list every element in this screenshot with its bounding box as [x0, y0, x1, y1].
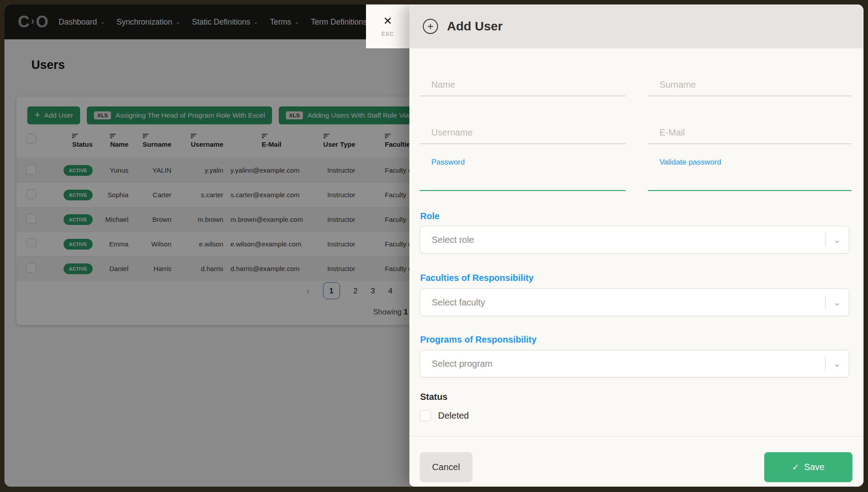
email-input[interactable]	[648, 122, 851, 144]
password-label: Password	[431, 158, 625, 168]
panel-footer: Cancel ✓ Save	[409, 436, 864, 487]
status-section-label: Status	[420, 392, 447, 402]
chevron-down-icon: ⌄	[825, 297, 849, 308]
role-label: Role	[420, 211, 439, 221]
program-select-placeholder: Select program	[420, 359, 825, 369]
programs-label: Programs of Responsibility	[420, 335, 536, 345]
chevron-down-icon: ⌄	[825, 358, 849, 369]
faculties-label: Faculties of Responsibility	[420, 273, 533, 283]
chevron-down-icon: ⌄	[825, 234, 849, 245]
name-field-wrap	[420, 74, 625, 96]
deleted-checkbox-label: Deleted	[438, 411, 469, 421]
program-select[interactable]: Select program ⌄	[420, 350, 849, 377]
add-user-panel: + Add User Password Validate password Ro…	[409, 4, 864, 487]
email-field-wrap	[648, 122, 851, 144]
esc-key-label: ESC	[381, 31, 394, 37]
role-select[interactable]: Select role ⌄	[420, 226, 849, 254]
validate-password-field-wrap: Validate password	[648, 158, 851, 191]
password-field-wrap: Password	[420, 158, 625, 191]
password-input[interactable]	[420, 168, 625, 191]
deleted-checkbox-row[interactable]: Deleted	[420, 410, 469, 421]
check-icon: ✓	[792, 462, 799, 472]
panel-title: Add User	[447, 19, 502, 34]
plus-circle-icon: +	[423, 19, 438, 34]
username-input[interactable]	[420, 122, 625, 144]
cancel-button[interactable]: Cancel	[420, 452, 472, 482]
surname-field-wrap	[648, 74, 851, 96]
surname-input[interactable]	[648, 74, 851, 96]
validate-password-label: Validate password	[660, 158, 851, 168]
close-icon: ✕	[383, 16, 392, 26]
name-input[interactable]	[420, 74, 625, 96]
deleted-checkbox[interactable]	[420, 410, 431, 421]
username-field-wrap	[420, 122, 625, 144]
app-window: C › O Dashboard⌄Synchronization⌄Static D…	[4, 4, 864, 487]
panel-close-button[interactable]: ✕ ESC	[366, 4, 409, 48]
role-select-placeholder: Select role	[420, 235, 825, 245]
save-button-label: Save	[804, 462, 825, 472]
panel-header: + Add User	[409, 4, 864, 48]
faculty-select[interactable]: Select faculty ⌄	[420, 288, 849, 316]
faculty-select-placeholder: Select faculty	[420, 297, 825, 308]
save-button[interactable]: ✓ Save	[764, 452, 852, 482]
validate-password-input[interactable]	[648, 168, 851, 191]
